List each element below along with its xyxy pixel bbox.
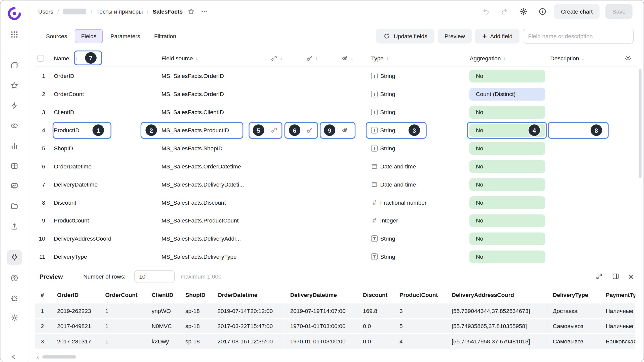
description-cell[interactable]: [548, 175, 618, 194]
field-name-cell[interactable]: DeliveryAddressCoord: [51, 230, 159, 248]
horizontal-scrollbar[interactable]: ‹: [36, 354, 76, 360]
more-dots-icon[interactable]: [201, 8, 208, 15]
field-row[interactable]: 9ProductCountMS_SalesFacts.ProductCount#…: [35, 211, 637, 230]
column-header-hide[interactable]: ↓: [338, 50, 366, 67]
link-icon[interactable]: [271, 127, 277, 133]
field-row[interactable]: 4ProductIDMS_SalesFacts.ProductIDTString…: [35, 121, 637, 139]
help-icon[interactable]: [10, 274, 19, 282]
bug-icon[interactable]: [10, 294, 19, 302]
field-source-cell[interactable]: MS_SalesFacts.ProductCount: [159, 211, 267, 230]
description-cell[interactable]: [548, 193, 618, 211]
field-type-cell[interactable]: #Integer: [365, 211, 466, 230]
description-cell[interactable]: [548, 85, 618, 103]
field-row[interactable]: 7DeliveryDatetimeMS_SalesFacts.DeliveryD…: [35, 175, 637, 194]
rings-icon[interactable]: [10, 122, 19, 130]
breadcrumb-item-users[interactable]: Users: [38, 8, 53, 15]
link-cell[interactable]: [268, 121, 303, 139]
aggregation-select[interactable]: No: [469, 160, 545, 173]
collapse-icon[interactable]: [10, 353, 18, 361]
aggregation-select[interactable]: No: [469, 196, 545, 209]
aggregation-select[interactable]: No: [469, 178, 545, 191]
field-source-cell[interactable]: MS_SalesFacts.ClientID: [159, 103, 267, 121]
field-row[interactable]: 8DiscountMS_SalesFacts.Discount#Fraction…: [35, 193, 637, 211]
bar-chart-icon[interactable]: [10, 142, 19, 150]
apps-grid-icon[interactable]: [10, 30, 19, 39]
field-row[interactable]: 5ShopIDMS_SalesFacts.ShopIDTStringNo: [35, 139, 637, 157]
column-header-type[interactable]: Type ↓: [365, 50, 466, 67]
undo-icon[interactable]: [482, 7, 490, 16]
description-cell[interactable]: [548, 157, 618, 175]
field-type-cell[interactable]: TString: [365, 67, 466, 85]
description-cell[interactable]: [548, 121, 618, 139]
field-row[interactable]: 2OrderCountMS_SalesFacts.OrderIDTStringC…: [35, 85, 637, 103]
description-cell[interactable]: [548, 103, 618, 121]
tab-sources[interactable]: Sources: [40, 29, 73, 43]
eye-off-icon[interactable]: [342, 127, 348, 133]
redo-icon[interactable]: [501, 7, 509, 16]
sort-arrow-icon[interactable]: ↓: [386, 55, 389, 61]
description-cell[interactable]: [548, 230, 618, 248]
update-fields-button[interactable]: Update fields: [376, 29, 434, 43]
description-cell[interactable]: [548, 211, 618, 230]
field-source-cell[interactable]: MS_SalesFacts.ShopID: [159, 139, 267, 157]
breadcrumb-item-folder[interactable]: Тесты и примеры: [96, 8, 143, 15]
field-name-cell[interactable]: DeliveryType: [51, 248, 159, 266]
field-type-cell[interactable]: TString: [365, 230, 466, 248]
add-field-button[interactable]: + Add field: [475, 29, 519, 43]
field-type-cell[interactable]: #Fractional number: [365, 193, 466, 211]
field-name-cell[interactable]: Discount: [51, 193, 159, 211]
sort-arrow-icon[interactable]: ↓: [351, 55, 353, 61]
table-icon[interactable]: [10, 162, 19, 170]
description-cell[interactable]: [548, 139, 618, 157]
datalens-logo[interactable]: [7, 7, 21, 21]
field-source-cell[interactable]: MS_SalesFacts.OrderID: [159, 85, 267, 103]
sidebar-item-connections-active[interactable]: [7, 250, 22, 265]
favorite-star-icon[interactable]: [188, 8, 195, 15]
settings-gear-icon[interactable]: [10, 314, 19, 322]
field-row[interactable]: 6OrderDatetimeMS_SalesFacts.OrderDatetim…: [35, 157, 637, 175]
field-row[interactable]: 10DeliveryAddressCoordMS_SalesFacts.Deli…: [35, 230, 637, 248]
favorites-star-icon[interactable]: [10, 81, 19, 89]
field-name-cell[interactable]: ProductCount: [51, 211, 159, 230]
scroll-left-arrow-icon[interactable]: ‹: [36, 353, 39, 360]
field-row[interactable]: 3ClientIDMS_SalesFacts.ClientIDTStringNo: [35, 103, 637, 121]
field-name-cell[interactable]: ClientID: [51, 103, 159, 121]
aggregation-select[interactable]: No: [469, 70, 545, 82]
scrollbar-thumb[interactable]: [42, 355, 76, 358]
field-type-cell[interactable]: Date and time: [365, 175, 466, 194]
sort-arrow-icon[interactable]: ↓: [195, 55, 198, 61]
aggregation-select[interactable]: Count (Distinct): [469, 88, 545, 101]
description-cell[interactable]: [548, 248, 618, 266]
breadcrumb-item-redacted[interactable]: [63, 9, 87, 14]
save-button[interactable]: Save: [606, 4, 633, 19]
aggregation-select[interactable]: No: [469, 124, 545, 137]
field-row[interactable]: 1OrderIDMS_SalesFacts.OrderIDTStringNo: [35, 67, 637, 85]
close-icon[interactable]: ×: [628, 272, 634, 281]
vertical-scrollbar-thumb[interactable]: [639, 69, 641, 178]
field-row[interactable]: 11DeliveryTypeMS_SalesFacts.DeliveryType…: [35, 248, 637, 266]
expand-icon[interactable]: [595, 273, 603, 280]
field-source-cell[interactable]: MS_SalesFacts.DeliveryAddr...: [159, 230, 267, 248]
field-name-cell[interactable]: OrderCount: [51, 85, 159, 103]
collections-icon[interactable]: [10, 61, 19, 69]
tab-fields[interactable]: Fields: [75, 29, 103, 43]
info-icon[interactable]: [538, 7, 547, 16]
description-cell[interactable]: [548, 67, 618, 85]
column-header-description[interactable]: Description ↓: [548, 50, 618, 67]
key-cell[interactable]: [303, 121, 338, 139]
settings-gear-icon[interactable]: [519, 7, 528, 16]
aggregation-select[interactable]: No: [469, 214, 545, 227]
preview-button[interactable]: Preview: [437, 29, 472, 43]
rows-count-input[interactable]: [135, 270, 175, 283]
sort-arrow-icon[interactable]: ↓: [503, 55, 506, 61]
field-search-input[interactable]: [523, 29, 634, 43]
aggregation-select[interactable]: No: [469, 232, 545, 245]
dashboard-icon[interactable]: [10, 182, 19, 190]
panel-icon[interactable]: [612, 273, 619, 280]
field-source-cell[interactable]: MS_SalesFacts.OrderDatetime: [159, 157, 267, 175]
sort-arrow-icon[interactable]: ↓: [280, 55, 283, 61]
field-type-cell[interactable]: TString: [365, 103, 466, 121]
aggregation-select[interactable]: No: [469, 250, 545, 263]
field-source-cell[interactable]: MS_SalesFacts.ProductID: [159, 121, 267, 139]
aggregation-select[interactable]: No: [469, 142, 545, 155]
